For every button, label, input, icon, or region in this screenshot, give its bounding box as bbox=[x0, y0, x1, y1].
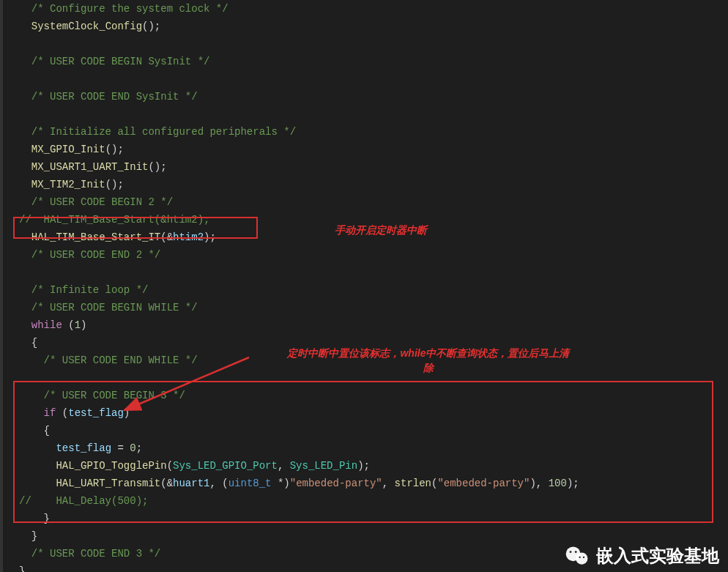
code-line: /* USER CODE END WHILE */ bbox=[6, 352, 728, 369]
code-line: /* Initialize all configured peripherals… bbox=[6, 123, 728, 141]
code-line: while (1) bbox=[6, 316, 728, 334]
code-line bbox=[6, 264, 728, 281]
code-line: /* USER CODE END SysInit */ bbox=[6, 88, 728, 105]
svg-point-3 bbox=[576, 553, 587, 565]
code-line: /* USER CODE END 2 */ bbox=[6, 246, 728, 264]
code-line: HAL_GPIO_TogglePin(Sys_LED_GPIO_Port, Sy… bbox=[6, 457, 728, 475]
code-editor[interactable]: /* Configure the system clock */ SystemC… bbox=[0, 0, 728, 572]
code-line: MX_TIM2_Init(); bbox=[6, 176, 728, 193]
code-line: /* Configure the system clock */ bbox=[6, 0, 728, 18]
code-line bbox=[6, 35, 728, 53]
wechat-icon bbox=[564, 543, 590, 569]
code-line: { bbox=[6, 334, 728, 352]
code-line: // HAL_TIM_Base_Start(&htim2); bbox=[6, 211, 728, 229]
code-line: } bbox=[6, 510, 728, 527]
watermark-text: 嵌入式实验基地 bbox=[596, 547, 719, 565]
code-line: MX_USART1_UART_Init(); bbox=[6, 158, 728, 176]
svg-point-4 bbox=[570, 551, 572, 553]
code-line bbox=[6, 369, 728, 387]
code-line: HAL_UART_Transmit(&huart1, (uint8_t *)"e… bbox=[6, 475, 728, 492]
code-line: // HAL_Delay(500); bbox=[6, 492, 728, 510]
code-line: /* USER CODE BEGIN 3 */ bbox=[6, 387, 728, 404]
svg-point-7 bbox=[583, 557, 584, 558]
code-line: { bbox=[6, 422, 728, 439]
code-line: /* USER CODE BEGIN WHILE */ bbox=[6, 299, 728, 316]
watermark: 嵌入式实验基地 bbox=[564, 543, 719, 569]
code-line: MX_GPIO_Init(); bbox=[6, 141, 728, 158]
code-line: /* USER CODE BEGIN 2 */ bbox=[6, 193, 728, 211]
code-line: /* Infinite loop */ bbox=[6, 281, 728, 299]
code-line: if (test_flag) bbox=[6, 404, 728, 422]
code-line: SystemClock_Config(); bbox=[6, 18, 728, 35]
svg-point-6 bbox=[579, 557, 580, 558]
code-line bbox=[6, 105, 728, 123]
code-line: HAL_TIM_Base_Start_IT(&htim2); bbox=[6, 229, 728, 246]
code-line bbox=[6, 70, 728, 88]
code-line: test_flag = 0; bbox=[6, 439, 728, 457]
svg-point-5 bbox=[575, 551, 577, 553]
code-line: /* USER CODE BEGIN SysInit */ bbox=[6, 53, 728, 70]
